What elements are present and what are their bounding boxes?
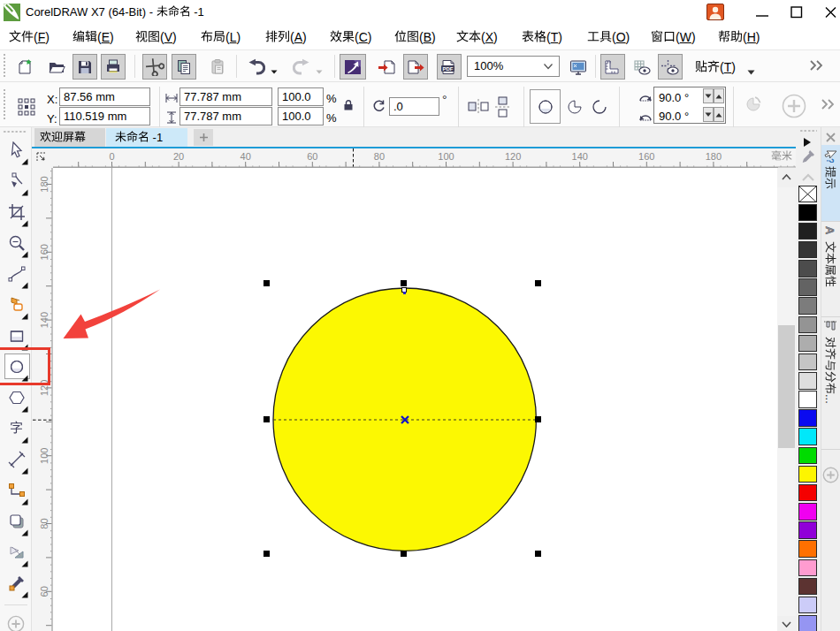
svg-text:140: 140 xyxy=(39,311,50,327)
svg-text:PDF: PDF xyxy=(443,65,454,71)
svg-text:120: 120 xyxy=(505,151,521,162)
svg-text:160: 160 xyxy=(39,244,50,260)
svg-text:A: A xyxy=(823,226,836,235)
svg-text:40: 40 xyxy=(241,151,251,162)
svg-text:180: 180 xyxy=(39,176,50,192)
svg-text:60: 60 xyxy=(307,151,317,162)
svg-text:100: 100 xyxy=(39,447,50,463)
svg-text:160: 160 xyxy=(638,151,654,162)
svg-text:60: 60 xyxy=(39,586,50,597)
svg-text:140: 140 xyxy=(572,151,588,162)
svg-text:?: ? xyxy=(825,158,835,163)
svg-text:80: 80 xyxy=(39,518,50,528)
svg-text:180: 180 xyxy=(706,151,722,162)
svg-text:20: 20 xyxy=(173,151,184,162)
svg-text:0: 0 xyxy=(109,151,114,162)
svg-text:100: 100 xyxy=(438,151,454,162)
svg-text:80: 80 xyxy=(374,151,385,162)
